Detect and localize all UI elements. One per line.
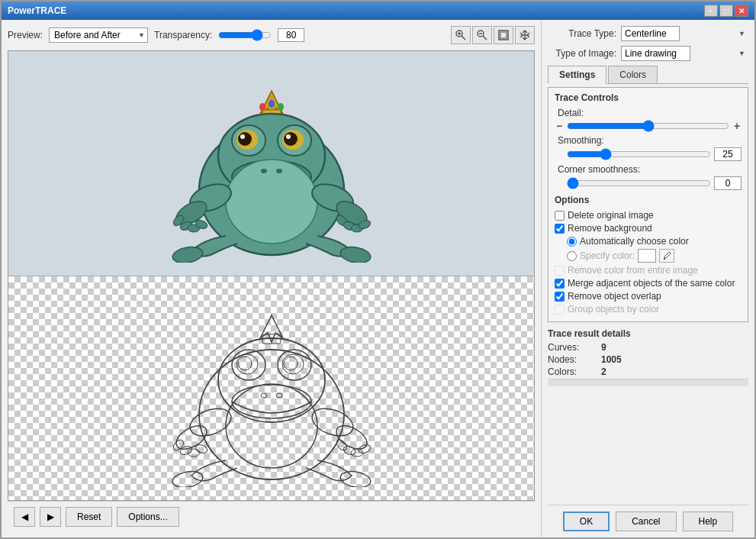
svg-point-39 [259, 103, 265, 111]
svg-point-57 [332, 421, 370, 454]
svg-point-67 [339, 470, 372, 487]
transparency-value-input[interactable] [278, 28, 304, 42]
transparency-label: Transparency: [154, 30, 212, 40]
remove-entire-row: Remove color from entire image [555, 265, 742, 276]
corner-slider[interactable] [567, 177, 711, 189]
image-type-row: Type of Image: Line drawing Clipart Phot… [548, 46, 748, 61]
prev-icon: ◀ [21, 512, 28, 522]
scrollbar[interactable] [548, 379, 748, 386]
tab-colors[interactable]: Colors [608, 66, 658, 83]
tab-settings[interactable]: Settings [548, 66, 606, 84]
group-by-color-row: Group objects by color [555, 304, 742, 315]
remove-overlap-checkbox[interactable] [555, 292, 565, 302]
svg-point-55 [308, 404, 357, 441]
svg-rect-70 [664, 258, 665, 260]
pan-button[interactable] [515, 26, 535, 44]
pan-icon [520, 30, 530, 40]
image-type-select-wrapper: Line drawing Clipart Photo [621, 46, 748, 61]
ok-button[interactable]: OK [563, 512, 610, 531]
frog-outline-image [150, 289, 394, 487]
remove-entire-label: Remove color from entire image [568, 265, 698, 276]
merge-adjacent-checkbox[interactable] [555, 279, 565, 289]
corner-label: Corner smoothness: [555, 164, 742, 175]
detail-slider[interactable] [567, 120, 729, 132]
reset-button[interactable]: Reset [66, 507, 112, 527]
image-type-select[interactable]: Line drawing Clipart Photo [621, 46, 690, 61]
detail-minus[interactable]: − [555, 120, 564, 132]
next-button[interactable]: ▶ [40, 507, 61, 527]
remove-entire-checkbox[interactable] [555, 266, 565, 276]
preview-area [8, 50, 535, 501]
delete-original-row: Delete original image [555, 210, 742, 221]
left-panel: Preview: Before and After Before After W… [2, 20, 541, 537]
remove-background-label: Remove background [568, 223, 652, 234]
svg-point-19 [240, 134, 245, 139]
zoom-buttons [451, 26, 535, 44]
remove-background-checkbox[interactable] [555, 224, 565, 234]
remove-overlap-row: Remove object overlap [555, 291, 742, 302]
smoothing-slider-row [555, 147, 742, 161]
smoothing-value-input[interactable] [714, 147, 742, 161]
title-bar: PowerTRACE − □ ✕ [2, 2, 754, 20]
svg-point-44 [199, 350, 344, 479]
color-swatch[interactable] [638, 249, 656, 263]
zoom-out-icon [477, 30, 487, 40]
maximize-button[interactable]: □ [719, 5, 733, 17]
top-toolbar: Preview: Before and After Before After W… [8, 26, 535, 44]
corner-value-input[interactable] [714, 176, 742, 190]
image-type-label: Type of Image: [548, 48, 616, 59]
right-panel: Trace Type: Centerline Outline Type of I… [541, 20, 754, 537]
auto-color-radio[interactable] [567, 237, 577, 247]
curves-value: 9 [601, 342, 606, 353]
svg-line-5 [483, 36, 487, 40]
svg-point-17 [238, 132, 252, 146]
remove-background-row: Remove background [555, 223, 742, 234]
specify-color-row: Specify color: [567, 249, 742, 263]
svg-point-68 [261, 393, 267, 398]
eyedropper-button[interactable] [659, 249, 674, 263]
options-title: Options [555, 195, 742, 205]
close-button[interactable]: ✕ [735, 5, 748, 17]
detail-slider-row: − + [555, 120, 742, 132]
title-controls: − □ ✕ [704, 5, 748, 17]
svg-point-20 [286, 134, 291, 139]
specify-color-radio[interactable] [567, 251, 577, 261]
trace-type-select-wrapper: Centerline Outline [621, 26, 748, 41]
dialog-buttons: OK Cancel Help [548, 505, 748, 531]
svg-point-37 [261, 169, 267, 173]
settings-panel: Trace Controls Detail: − + Smoothing: [548, 87, 748, 322]
specify-color-label: Specify color: [580, 250, 635, 261]
svg-point-18 [284, 132, 298, 146]
frog-original-image [150, 64, 394, 263]
detail-plus[interactable]: + [732, 120, 742, 132]
svg-point-59 [179, 445, 192, 457]
eyedropper-icon [662, 251, 671, 260]
group-by-color-label: Group objects by color [568, 304, 659, 315]
fit-page-button[interactable] [494, 26, 513, 44]
smoothing-slider[interactable] [567, 148, 711, 160]
svg-point-50 [238, 357, 252, 370]
prev-button[interactable]: ◀ [14, 507, 35, 527]
minimize-button[interactable]: − [704, 5, 718, 17]
trace-type-select[interactable]: Centerline Outline [621, 26, 680, 41]
svg-point-69 [276, 393, 282, 398]
smoothing-label: Smoothing: [555, 135, 742, 146]
merge-adjacent-label: Merge adjacent objects of the same color [568, 278, 735, 289]
group-by-color-checkbox[interactable] [555, 305, 565, 315]
preview-select[interactable]: Before and After Before After Wireframe [49, 27, 148, 43]
merge-adjacent-row: Merge adjacent objects of the same color [555, 278, 742, 289]
options-button[interactable]: Options... [117, 507, 179, 527]
auto-color-label: Automatically choose color [580, 236, 689, 247]
cancel-button[interactable]: Cancel [616, 512, 676, 531]
detail-slider-track [567, 120, 729, 132]
trace-results: Trace result details Curves: 9 Nodes: 10… [548, 328, 748, 379]
zoom-out-button[interactable] [472, 26, 492, 44]
help-button[interactable]: Help [683, 512, 734, 531]
transparency-slider[interactable] [218, 28, 272, 42]
svg-point-22 [226, 160, 317, 244]
svg-point-45 [218, 338, 325, 422]
trace-results-title: Trace result details [548, 328, 748, 339]
remove-overlap-label: Remove object overlap [568, 291, 661, 302]
zoom-in-button[interactable] [451, 26, 471, 44]
delete-original-checkbox[interactable] [555, 211, 565, 221]
